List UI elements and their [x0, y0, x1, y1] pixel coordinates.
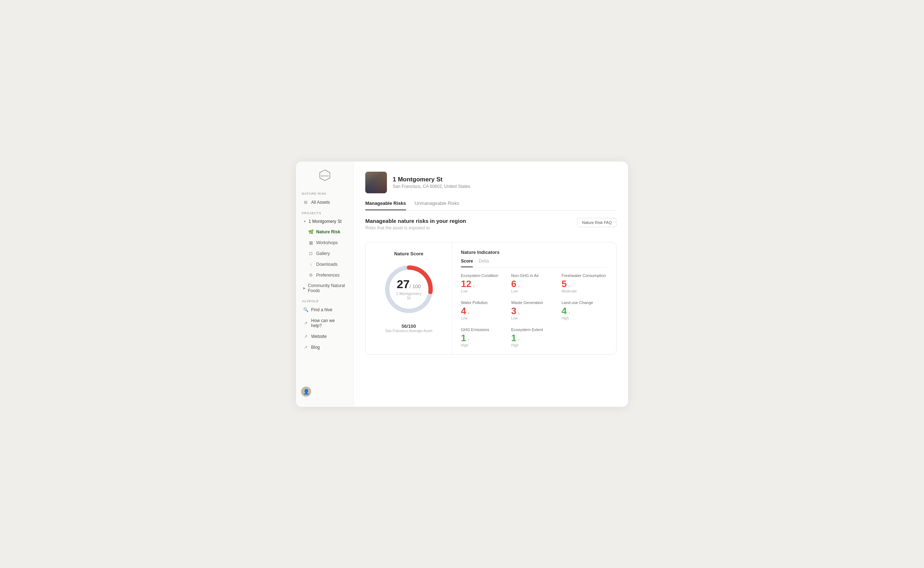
- community-label: Community Natural Foods: [308, 283, 346, 293]
- workshops-label: Workshops: [316, 240, 338, 245]
- sidebar-item-community[interactable]: ▶ Community Natural Foods: [298, 281, 351, 295]
- indicator-value: 6: [511, 279, 516, 289]
- svg-text:alvéole: alvéole: [321, 175, 329, 177]
- logo-icon: alvéole: [318, 169, 331, 182]
- indicator-value-row: 1 ↑: [511, 333, 557, 343]
- blog-label: Blog: [311, 345, 320, 350]
- indicator-name: Land-use Change: [562, 301, 607, 305]
- external-link-icon: ↗: [303, 334, 308, 339]
- indicator-name: Freshwater Consumption: [562, 273, 607, 278]
- indicator-name: Non-GHG in Air: [511, 273, 557, 278]
- indicator-value-row: 5 ↓: [562, 279, 607, 289]
- indicator-level: Low: [511, 316, 557, 320]
- indicators-grid: Ecosystem Condition 12 ↓ Low Non-GHG in …: [461, 273, 607, 347]
- faq-button[interactable]: Nature Risk FAQ: [577, 218, 617, 227]
- download-icon: ↓: [308, 262, 313, 267]
- score-total: / 100: [410, 284, 421, 289]
- indicator-level: Low: [511, 289, 557, 293]
- sidebar-project-montgomery[interactable]: ▼ 1 Montgomery St: [298, 217, 351, 226]
- sidebar-item-gallery[interactable]: ⊡ Gallery: [298, 248, 351, 258]
- indicator-level: High: [461, 343, 507, 347]
- projects-section-label: PROJECTS: [296, 208, 353, 216]
- nature-score-section: Nature Score 27/ 100 1 Montgomery St: [366, 242, 452, 355]
- search-icon: 🔍: [303, 307, 308, 312]
- ind-tab-score[interactable]: Score: [461, 258, 473, 267]
- sidebar-item-help[interactable]: ↗ How can we help?: [298, 316, 351, 331]
- chevron-down-icon: ▼: [303, 220, 306, 223]
- score-value: 27: [397, 278, 410, 291]
- donut-chart: 27/ 100 1 Montgomery St: [382, 262, 436, 316]
- blog-icon: ↗: [303, 345, 308, 350]
- indicator-item: Ecosystem Extent 1 ↑ High: [511, 328, 557, 347]
- nature-risk-label: Nature Risk: [316, 230, 340, 234]
- sidebar-item-website[interactable]: ↗ Website: [298, 331, 351, 341]
- indicator-name: GHG Emissions: [461, 328, 507, 332]
- indicator-arrow: ↓: [518, 284, 520, 288]
- indicator-arrow: ↓: [473, 284, 475, 288]
- indicator-name: Waste Generation: [511, 301, 557, 305]
- indicator-value-row: 12 ↓: [461, 279, 507, 289]
- indicator-value-row: 4 ↓: [461, 306, 507, 316]
- sidebar-item-find-hive[interactable]: 🔍 Find a hive: [298, 305, 351, 315]
- indicator-level: High: [562, 316, 607, 320]
- help-label: How can we help?: [311, 318, 346, 328]
- sidebar-item-all-assets[interactable]: ⊞ All Assets: [298, 197, 351, 207]
- indicator-value-row: 6 ↓: [511, 279, 557, 289]
- indicator-item: Water Pollution 4 ↓ Low: [461, 301, 507, 320]
- indicator-arrow: ↑: [467, 338, 470, 342]
- average-label: San Fransisco Average Asset: [385, 329, 432, 333]
- indicator-value: 4: [562, 306, 567, 316]
- leaf-icon: 🌿: [308, 230, 313, 234]
- property-address: San Francisco, CA 60602, United States: [393, 184, 470, 189]
- sidebar-item-downloads[interactable]: ↓ Downloads: [298, 259, 351, 269]
- risk-tabs: Manageable Risks Unmanageable Risks: [365, 201, 617, 211]
- indicator-level: High: [511, 343, 557, 347]
- gallery-icon: ⊡: [308, 251, 313, 256]
- indicator-item: GHG Emissions 1 ↑ High: [461, 328, 507, 347]
- indicator-value-row: 1 ↑: [461, 333, 507, 343]
- indicator-value: 12: [461, 279, 471, 289]
- nature-risk-section-label: NATURE RISK: [296, 188, 353, 197]
- gear-icon: ⚙: [308, 273, 313, 278]
- sidebar-bottom: 👤: [296, 382, 353, 401]
- sidebar-item-nature-risk[interactable]: 🌿 Nature Risk: [298, 227, 351, 237]
- indicator-value: 5: [562, 279, 567, 289]
- nature-card: Nature Score 27/ 100 1 Montgomery St: [365, 242, 617, 355]
- indicator-item: Land-use Change 4 ↑ High: [562, 301, 607, 320]
- indicator-name: Ecosystem Extent: [511, 328, 557, 332]
- property-header: 1 Montgomery St San Francisco, CA 60602,…: [365, 172, 617, 193]
- sidebar-item-blog[interactable]: ↗ Blog: [298, 342, 351, 352]
- indicator-arrow: ↓: [467, 311, 470, 315]
- property-image: [365, 172, 387, 193]
- indicator-arrow: ↑: [518, 338, 520, 342]
- section-header: Manageable nature risks in your region R…: [365, 218, 617, 236]
- find-hive-label: Find a hive: [311, 307, 332, 312]
- tab-unmanageable[interactable]: Unmanageable Risks: [415, 201, 459, 210]
- workshop-icon: ▦: [308, 240, 313, 245]
- ind-tab-delta[interactable]: Delta: [479, 258, 489, 267]
- property-info: 1 Montgomery St San Francisco, CA 60602,…: [393, 176, 470, 189]
- indicator-item: Ecosystem Condition 12 ↓ Low: [461, 273, 507, 293]
- indicator-value-row: 3 ↓: [511, 306, 557, 316]
- website-label: Website: [311, 334, 327, 339]
- app-container: alvéole NATURE RISK ⊞ All Assets PROJECT…: [296, 162, 628, 407]
- indicator-value-row: 4 ↑: [562, 306, 607, 316]
- avatar[interactable]: 👤: [301, 387, 311, 397]
- grid-icon: ⊞: [303, 200, 308, 205]
- sidebar-item-preferences[interactable]: ⚙ Preferences: [298, 270, 351, 280]
- indicators-title: Nature Indicators: [461, 249, 607, 255]
- downloads-label: Downloads: [316, 262, 338, 267]
- help-icon: ↗: [303, 320, 308, 326]
- alveole-section-label: ALVEOLE: [296, 296, 353, 304]
- sidebar: alvéole NATURE RISK ⊞ All Assets PROJECT…: [296, 162, 354, 407]
- indicator-value: 1: [511, 333, 516, 343]
- tab-manageable[interactable]: Manageable Risks: [365, 201, 406, 210]
- preferences-label: Preferences: [316, 273, 340, 278]
- gallery-label: Gallery: [316, 251, 330, 256]
- score-location: 1 Montgomery St: [395, 292, 422, 300]
- indicator-arrow: ↑: [568, 311, 570, 315]
- logo: alvéole: [296, 169, 353, 188]
- indicator-item: Waste Generation 3 ↓ Low: [511, 301, 557, 320]
- sidebar-item-workshops[interactable]: ▦ Workshops: [298, 238, 351, 248]
- indicator-name: Ecosystem Condition: [461, 273, 507, 278]
